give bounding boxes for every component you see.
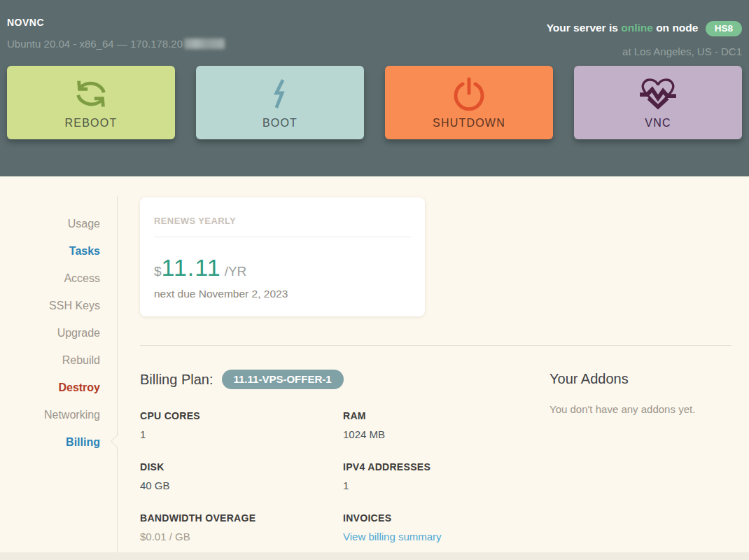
price-amount: 11.11 bbox=[162, 254, 221, 281]
spec-label: DISK bbox=[140, 461, 343, 472]
node-badge: HS8 bbox=[706, 21, 742, 36]
status-prefix: Your server is bbox=[547, 22, 622, 34]
server-header: NOVNC Ubuntu 20.04 - x86_64 — 170.178.20… bbox=[0, 0, 749, 176]
view-billing-summary-link[interactable]: View billing summary bbox=[343, 531, 442, 542]
heartbeat-icon bbox=[638, 76, 678, 112]
plan-spec-grid: CPU CORES 1 RAM 1024 MB DISK 40 GB IPV4 … bbox=[140, 410, 550, 543]
sidebar-item-tasks[interactable]: Tasks bbox=[0, 237, 118, 265]
spec-value: 1 bbox=[140, 428, 343, 440]
spec-label: BANDWIDTH OVERAGE bbox=[140, 512, 343, 524]
spec-label: IPV4 ADDRESSES bbox=[343, 461, 550, 472]
boot-button[interactable]: BOOT bbox=[196, 66, 364, 139]
price-period: /YR bbox=[225, 264, 247, 279]
reboot-button[interactable]: REBOOT bbox=[7, 66, 175, 139]
renewal-card: RENEWS YEARLY $ 11.11 /YR next due Novem… bbox=[140, 197, 425, 316]
addons-empty-text: You don't have any addons yet. bbox=[550, 403, 732, 415]
main-area: Usage Tasks Access SSH Keys Upgrade Rebu… bbox=[0, 176, 749, 550]
spec-label: INVOICES bbox=[343, 512, 550, 524]
status-infix: on node bbox=[653, 22, 699, 34]
spec-ram: RAM 1024 MB bbox=[343, 410, 550, 440]
card-divider bbox=[154, 237, 411, 237]
sidebar-item-ssh-keys[interactable]: SSH Keys bbox=[0, 292, 118, 319]
billing-plan-badge: 11.11-VPS-OFFER-1 bbox=[222, 370, 344, 389]
ip-redacted-blur bbox=[184, 38, 225, 49]
spec-disk: DISK 40 GB bbox=[140, 461, 343, 491]
server-location: at Los Angeles, US - DC1 bbox=[547, 46, 742, 57]
spec-value: 40 GB bbox=[140, 479, 343, 491]
reboot-label: REBOOT bbox=[65, 117, 118, 130]
bolt-icon bbox=[271, 76, 289, 112]
sidebar-item-destroy[interactable]: Destroy bbox=[0, 374, 118, 401]
power-icon bbox=[452, 76, 486, 112]
sidebar-item-upgrade[interactable]: Upgrade bbox=[0, 319, 118, 346]
billing-plan-section: Billing Plan: 11.11-VPS-OFFER-1 CPU CORE… bbox=[140, 370, 550, 543]
shutdown-label: SHUTDOWN bbox=[433, 117, 505, 130]
spec-ipv4: IPV4 ADDRESSES 1 bbox=[343, 461, 550, 491]
server-status-line: Your server is online on node HS8 bbox=[547, 21, 742, 36]
spec-label: RAM bbox=[343, 410, 550, 421]
addons-section: Your Addons You don't have any addons ye… bbox=[550, 370, 732, 543]
spec-label: CPU CORES bbox=[140, 410, 343, 421]
sidebar-item-billing[interactable]: Billing bbox=[0, 428, 118, 456]
addons-heading: Your Addons bbox=[550, 371, 732, 387]
sidebar-item-rebuild[interactable]: Rebuild bbox=[0, 346, 118, 374]
price-row: $ 11.11 /YR bbox=[154, 254, 411, 281]
spec-bandwidth-overage: BANDWIDTH OVERAGE $0.01 / GB bbox=[140, 512, 343, 543]
status-online-text: online bbox=[621, 22, 653, 34]
spec-cpu-cores: CPU CORES 1 bbox=[140, 410, 343, 440]
renewal-card-title: RENEWS YEARLY bbox=[154, 216, 411, 226]
sidebar-item-access[interactable]: Access bbox=[0, 265, 118, 292]
sidebar-item-usage[interactable]: Usage bbox=[0, 210, 118, 237]
bottom-edge bbox=[0, 552, 749, 560]
sidebar-item-networking[interactable]: Networking bbox=[0, 401, 118, 428]
spec-value: $0.01 / GB bbox=[140, 531, 343, 542]
server-status-block: Your server is online on node HS8 at Los… bbox=[547, 21, 742, 57]
spec-value: 1 bbox=[343, 479, 550, 491]
next-due-date: next due November 2, 2023 bbox=[154, 288, 411, 300]
boot-label: BOOT bbox=[262, 117, 298, 130]
billing-content: RENEWS YEARLY $ 11.11 /YR next due Novem… bbox=[118, 176, 749, 550]
spec-value: 1024 MB bbox=[343, 428, 550, 440]
reboot-icon bbox=[71, 76, 111, 112]
sidebar-nav: Usage Tasks Access SSH Keys Upgrade Rebu… bbox=[0, 176, 118, 550]
section-divider bbox=[140, 345, 732, 346]
shutdown-button[interactable]: SHUTDOWN bbox=[385, 66, 553, 139]
power-actions-toolbar: REBOOT BOOT SHUTDOWN bbox=[7, 66, 742, 139]
vnc-label: VNC bbox=[645, 117, 671, 130]
spec-invoices: INVOICES View billing summary bbox=[343, 512, 550, 543]
billing-plan-heading: Billing Plan: bbox=[140, 372, 214, 388]
vnc-button[interactable]: VNC bbox=[574, 66, 742, 139]
price-currency: $ bbox=[154, 264, 162, 279]
os-ip-text: Ubuntu 20.04 - x86_64 — 170.178.20 bbox=[7, 38, 183, 50]
